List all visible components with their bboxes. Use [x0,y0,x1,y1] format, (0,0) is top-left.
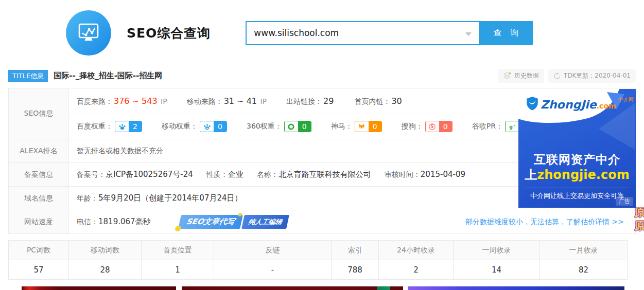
tdk-update-button[interactable]: TDK更新：2020-04-01 [548,69,636,83]
stats-header-homepage-position: 首页位置 [142,241,214,260]
svg-text:+: + [513,123,515,126]
page-title: SEO综合查询 [127,25,211,42]
seo-query-page: SEO综合查询 查 询 TITLE信息 国际--_择校_招生-国际--招生网 历… [0,0,644,290]
ad-label-tag: 广告 [616,197,633,206]
search-bar: 查 询 [246,21,533,45]
ad-logo-text: ZhongJie [541,99,597,111]
ad-divider [525,188,630,188]
title-info-badge: TITLE信息 [8,70,48,82]
baidu-weight-badge[interactable]: 2 [115,121,142,132]
icp-number-item: 备案号：京ICP备10025267号-24 [77,170,193,179]
shenma-weight-badge[interactable]: 0 [355,121,382,132]
stats-header-month-included: 一月收录 [540,241,628,260]
stats-value-backlinks: - [214,260,332,280]
stats-value-mobile-words[interactable]: 28 [69,260,142,280]
mobile-weight-item: 移动权重： m 0 [162,121,227,132]
main-section: SEO信息 百度来路：376 ~ 543 IP 移动来路：31 ~ 41 IP … [8,88,636,234]
chart-monitor-icon [75,20,102,46]
bottom-banner-strip-left[interactable] [22,286,176,290]
mobile-traffic-stat: 移动来路：31 ~ 41 IP [187,96,267,106]
promo-dot [175,226,181,231]
360-weight-badge[interactable]: 0 [284,121,311,132]
bottom-banner-strip-right[interactable] [408,286,624,290]
zhongjie-ad-banner[interactable]: ZhongJie .com 中介网 互联网资产中介 上zhongjie.com … [518,89,636,208]
stats-value-24h-included[interactable]: 2 [379,260,454,280]
svg-text:g: g [509,123,513,129]
app-logo [66,10,111,56]
alexa-rank-text: 暂无排名或相关数据不充分 [77,147,163,156]
stats-value-homepage-position[interactable]: 1 [142,260,214,280]
sogou-weight-badge[interactable]: S 0 [425,121,452,132]
stats-value-week-included[interactable]: 14 [454,260,540,280]
shield-icon [526,96,539,111]
homepage-inner-links-stat: 首页内链：30 [354,96,403,106]
icp-audit-date-item: 审核时间：2015-04-09 [385,170,465,179]
row-label-beian: 备案信息 [9,163,69,186]
stats-value-index[interactable]: 788 [332,260,379,280]
360-ring-icon [285,121,298,132]
outbound-links-stat: 出站链接：29 [286,96,335,106]
stats-value-row: 57 28 1 - 788 2 14 82 [9,260,628,280]
ad-domain-text: zhongjie.com [537,168,629,182]
ad-headline: 互联网资产中介 [518,152,636,168]
google-plus-icon: g+ [506,121,519,132]
history-data-label: 历史数据 [514,71,539,80]
stats-header-24h-included: 24小时收录 [379,241,454,260]
refresh-icon [553,72,561,80]
baidu-mobile-paw-icon: m [200,121,214,132]
stats-header-week-included: 一周收录 [454,241,540,260]
domain-input[interactable] [247,22,479,44]
baidu-traffic-stat: 百度来路：376 ~ 543 IP [77,96,167,106]
stats-header-mobile-words: 移动词数 [69,241,142,260]
layers-icon [503,72,511,80]
promo-part2: 纯人工编辑 [241,215,289,229]
tdk-update-label: TDK更新：2020-04-01 [564,71,631,80]
shenma-cat-icon [355,121,369,132]
ad-subline: 上zhongjie.com [518,167,636,183]
seo-article-promo-badge[interactable]: SEO文章代写 纯人工编辑 [178,215,289,229]
row-label-domain: 域名信息 [9,187,69,210]
svg-text:m: m [206,126,208,129]
stats-header-backlinks: 反链 [214,241,332,260]
title-bar: TITLE信息 国际--_择校_招生-国际--招生网 历史数据 TDK更新：20… [8,69,636,83]
dropdown-caret-icon[interactable] [465,32,472,36]
header: SEO综合查询 查 询 [0,0,644,66]
history-data-button[interactable]: 历史数据 [498,69,544,83]
telecom-speed-item: 电信：1819.067毫秒 [77,217,151,227]
ad-logo-com: .com [597,102,616,110]
keyword-stats-table: PC词数 移动词数 首页位置 反链 索引 24小时收录 一周收录 一月收录 57… [8,240,628,280]
stats-value-pc-words[interactable]: 57 [9,260,69,280]
zhongjie-logo: ZhongJie .com 中介网 [526,96,616,111]
site-speed-row: 网站速度 电信：1819.067毫秒 SEO文章代写 纯人工编辑 部分数据维度较… [9,210,635,233]
estimate-details-link[interactable]: 部分数据维度较小，无法估算，了解估价详情 >> [465,218,624,227]
360-weight-item: 360权重： 0 [247,121,311,132]
ad-logo-cn: 中介网 [618,96,634,103]
site-title-text: 国际--_择校_招生-国际--招生网 [54,71,162,81]
bottom-banner-strip-middle[interactable] [182,286,403,290]
domain-input-wrap [246,21,480,45]
icp-nature-item: 性质：企业 [206,170,243,179]
shenma-weight-item: 神马： 0 [331,121,382,132]
mobile-weight-badge[interactable]: m 0 [200,121,227,132]
banner-green-segment [377,286,390,290]
edge-floating-ad[interactable]: 原 原 [634,206,644,235]
stats-value-month-included[interactable]: 82 [540,260,628,280]
baidu-weight-item: 百度权重： 2 [77,121,142,132]
stats-header-pc-words: PC词数 [9,241,69,260]
icp-number-link[interactable]: 京ICP备10025267号-24 [106,170,193,179]
stats-header-row: PC词数 移动词数 首页位置 反链 索引 24小时收录 一周收录 一月收录 [9,241,628,260]
svg-text:S: S [431,124,434,129]
sogou-weight-item: 搜狗： S 0 [402,121,452,132]
domain-age-item: 年龄：5年9月20日（创建于2014年07月24日） [77,193,242,203]
row-label-speed: 网站速度 [9,210,69,233]
baidu-paw-icon [115,121,129,132]
query-button[interactable]: 查 询 [480,21,533,45]
stats-header-index: 索引 [332,241,379,260]
icp-company-item: 名称：北京育路互联科技有限公司 [257,170,371,179]
sogou-s-icon: S [426,121,439,132]
promo-part1: SEO文章代写 [178,215,243,229]
row-label-seo: SEO信息 [9,88,69,139]
row-label-alexa: ALEXA排名 [9,139,69,162]
